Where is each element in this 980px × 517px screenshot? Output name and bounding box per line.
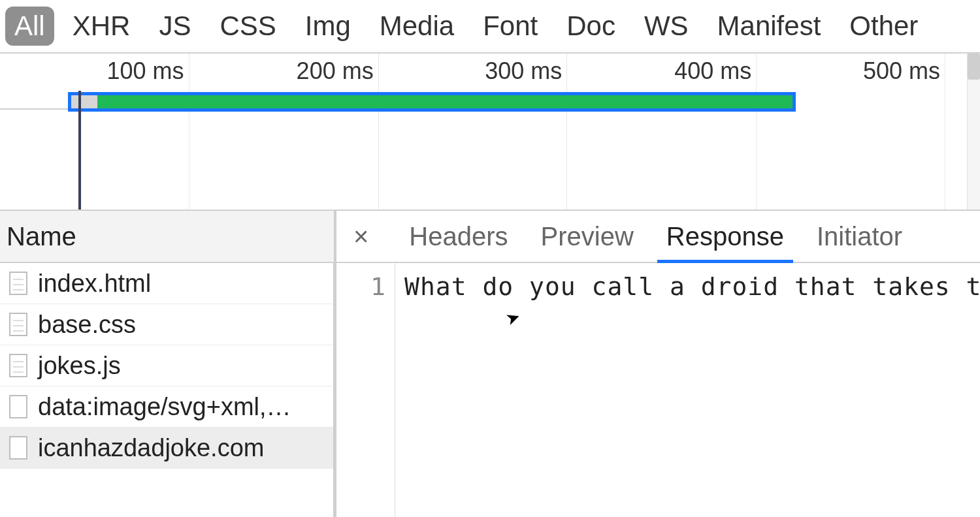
filter-manifest[interactable]: Manifest xyxy=(703,0,836,52)
request-row[interactable]: data:image/svg+xml,… xyxy=(0,386,333,428)
requests-list: index.html base.css jokes.js data:image/… xyxy=(0,263,334,517)
detail-tabs: × Headers Preview Response Initiator » xyxy=(336,211,980,263)
network-timeline[interactable]: 100 ms 200 ms 300 ms 400 ms 500 ms xyxy=(0,54,980,211)
request-row[interactable]: jokes.js xyxy=(0,345,333,386)
request-label: data:image/svg+xml,… xyxy=(38,393,291,421)
network-filter-bar: All XHR JS CSS Img Media Font Doc WS Man… xyxy=(0,0,980,54)
filter-font[interactable]: Font xyxy=(468,0,552,52)
timeline-grid: 100 ms 200 ms 300 ms 400 ms 500 ms xyxy=(0,54,967,210)
filter-other[interactable]: Other xyxy=(835,0,932,52)
file-icon xyxy=(9,272,27,295)
timeline-scrollbar-thumb[interactable] xyxy=(968,54,980,80)
filter-all[interactable]: All xyxy=(5,7,54,46)
tab-headers[interactable]: Headers xyxy=(409,211,508,262)
timeline-tick-label: 500 ms xyxy=(863,57,940,85)
response-body: 1 What do you call a droid that takes th… xyxy=(336,263,980,517)
timeline-tick-label: 300 ms xyxy=(485,57,562,85)
detail-pane: × Headers Preview Response Initiator » 1… xyxy=(336,211,980,517)
file-icon xyxy=(9,313,27,336)
request-label: index.html xyxy=(38,270,151,298)
line-number-gutter: 1 xyxy=(336,263,395,517)
timeline-playhead[interactable] xyxy=(78,91,81,210)
requests-header[interactable]: Name xyxy=(0,211,334,263)
timeline-tick-label: 200 ms xyxy=(297,57,374,85)
timeline-selection[interactable] xyxy=(68,92,796,112)
filter-css[interactable]: CSS xyxy=(205,0,290,52)
filter-ws[interactable]: WS xyxy=(630,0,703,52)
timeline-baseline xyxy=(0,108,68,110)
filter-xhr[interactable]: XHR xyxy=(58,0,145,52)
timeline-tick-label: 100 ms xyxy=(107,57,184,85)
request-label: jokes.js xyxy=(38,352,121,380)
line-number: 1 xyxy=(336,272,385,301)
timeline-scrollbar[interactable] xyxy=(967,54,980,210)
tab-initiator[interactable]: Initiator xyxy=(817,211,902,262)
request-row[interactable]: base.css xyxy=(0,304,333,345)
lower-split: Name index.html base.css jokes.js data:i… xyxy=(0,211,980,517)
tab-response[interactable]: Response xyxy=(666,211,784,262)
close-icon[interactable]: × xyxy=(346,222,376,251)
tab-preview[interactable]: Preview xyxy=(541,211,634,262)
timeline-tick-label: 400 ms xyxy=(674,57,751,85)
response-text[interactable]: What do you call a droid that takes the … xyxy=(395,263,980,517)
filter-media[interactable]: Media xyxy=(365,0,468,52)
file-icon xyxy=(9,395,27,418)
request-label: base.css xyxy=(38,311,136,339)
filter-img[interactable]: Img xyxy=(291,0,365,52)
filter-js[interactable]: JS xyxy=(144,0,205,52)
request-row[interactable]: icanhazdadjoke.com xyxy=(0,428,333,469)
request-row[interactable]: index.html xyxy=(0,263,333,304)
request-label: icanhazdadjoke.com xyxy=(38,434,264,462)
file-icon xyxy=(9,436,27,460)
requests-pane: Name index.html base.css jokes.js data:i… xyxy=(0,211,336,517)
file-icon xyxy=(9,354,27,377)
filter-doc[interactable]: Doc xyxy=(552,0,630,52)
timeline-selection-fill xyxy=(97,95,792,108)
